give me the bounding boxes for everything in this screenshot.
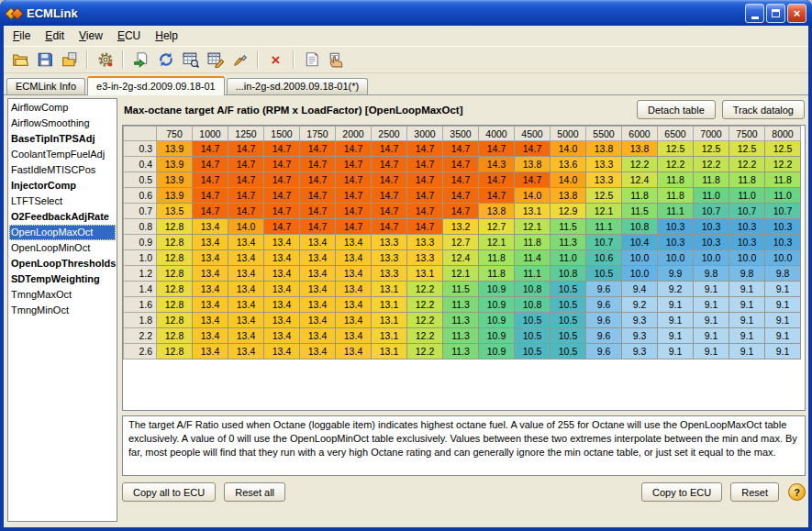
sidebar-item-airflowsmoothing[interactable]: AirflowSmoothing	[9, 116, 116, 131]
cell-3500-1.0[interactable]: 12.4	[443, 250, 479, 266]
cell-1250-0.5[interactable]: 14.7	[228, 172, 264, 188]
delete-icon[interactable]: ×	[264, 49, 287, 72]
cell-3000-0.7[interactable]: 14.7	[407, 204, 443, 219]
cell-1250-0.7[interactable]: 14.7	[228, 204, 264, 219]
cell-5000-2.2[interactable]: 10.5	[551, 328, 586, 344]
cell-1750-1.0[interactable]: 13.4	[300, 250, 336, 266]
tab-0[interactable]: ECMLink Info	[6, 78, 85, 94]
cell-8000-1.4[interactable]: 9.1	[765, 282, 801, 297]
cell-4000-0.5[interactable]: 14.7	[479, 172, 515, 188]
cell-1000-1.0[interactable]: 13.4	[193, 250, 228, 266]
cell-1500-0.7[interactable]: 14.7	[264, 204, 300, 219]
cell-4000-1.8[interactable]: 10.9	[479, 313, 515, 328]
cell-6000-1.4[interactable]: 9.4	[622, 282, 658, 297]
sidebar-item-openloopthresholds[interactable]: OpenLoopThresholds	[9, 256, 116, 271]
cell-3000-2.2[interactable]: 12.2	[407, 328, 443, 344]
cell-6500-0.8[interactable]: 10.3	[658, 219, 694, 235]
cell-4000-1.2[interactable]: 11.8	[479, 266, 515, 282]
cell-1500-0.4[interactable]: 14.7	[264, 157, 300, 172]
cell-2000-1.6[interactable]: 13.4	[336, 297, 372, 313]
cell-750-1.0[interactable]: 12.8	[157, 250, 193, 266]
cell-2000-1.0[interactable]: 13.4	[336, 250, 372, 266]
cell-750-1.6[interactable]: 12.8	[157, 297, 193, 313]
cell-4000-2.6[interactable]: 10.9	[479, 344, 515, 360]
cell-7000-1.6[interactable]: 9.1	[694, 297, 729, 313]
menu-file[interactable]: File	[6, 27, 38, 45]
reset-button[interactable]: Reset	[730, 482, 779, 502]
cell-7000-2.2[interactable]: 9.1	[694, 328, 729, 344]
cell-750-0.8[interactable]: 12.8	[157, 219, 193, 235]
reset-all-button[interactable]: Reset all	[224, 482, 285, 502]
cell-1500-0.6[interactable]: 14.7	[264, 188, 300, 204]
cell-7500-2.2[interactable]: 9.1	[729, 328, 765, 344]
cell-1000-2.6[interactable]: 13.4	[193, 344, 228, 360]
cell-2000-1.4[interactable]: 13.4	[336, 282, 372, 297]
cell-2000-0.7[interactable]: 14.7	[336, 204, 372, 219]
cell-6000-0.8[interactable]: 10.8	[622, 219, 658, 235]
cell-4500-0.8[interactable]: 12.1	[515, 219, 551, 235]
menu-edit[interactable]: Edit	[38, 27, 72, 45]
cell-5000-0.3[interactable]: 14.0	[551, 141, 586, 157]
cell-6000-2.2[interactable]: 9.3	[622, 328, 658, 344]
cell-1500-1.6[interactable]: 13.4	[264, 297, 300, 313]
cell-6000-2.6[interactable]: 9.3	[622, 344, 658, 360]
cell-2500-0.6[interactable]: 14.7	[372, 188, 407, 204]
cell-5000-1.6[interactable]: 10.5	[551, 297, 586, 313]
cell-3500-2.6[interactable]: 11.3	[443, 344, 479, 360]
cell-4000-1.4[interactable]: 10.9	[479, 282, 515, 297]
cell-1750-0.3[interactable]: 14.7	[300, 141, 336, 157]
cell-6000-0.7[interactable]: 11.5	[622, 204, 658, 219]
detach-table-button[interactable]: Detach table	[637, 100, 716, 119]
col-header-3500[interactable]: 3500	[443, 127, 479, 141]
cell-1000-0.3[interactable]: 14.7	[193, 141, 228, 157]
cell-2500-1.2[interactable]: 13.3	[372, 266, 407, 282]
cell-5000-0.6[interactable]: 13.8	[551, 188, 586, 204]
row-header-0.8[interactable]: 0.8	[124, 219, 157, 235]
cell-7500-2.6[interactable]: 9.1	[729, 344, 765, 360]
cell-5000-1.2[interactable]: 10.8	[551, 266, 586, 282]
row-header-0.5[interactable]: 0.5	[124, 172, 157, 188]
cell-6500-1.0[interactable]: 10.0	[658, 250, 694, 266]
cell-1000-0.8[interactable]: 13.4	[193, 219, 228, 235]
cell-8000-0.4[interactable]: 12.2	[765, 157, 801, 172]
cell-3000-1.0[interactable]: 13.3	[407, 250, 443, 266]
cell-5500-1.4[interactable]: 9.6	[586, 282, 622, 297]
cell-5500-1.0[interactable]: 10.6	[586, 250, 622, 266]
cell-7000-0.3[interactable]: 12.5	[694, 141, 729, 157]
sidebar-item-injectorcomp[interactable]: InjectorComp	[9, 178, 116, 194]
cell-1500-0.9[interactable]: 13.4	[264, 235, 300, 250]
read-from-ecu-icon[interactable]	[129, 49, 152, 72]
cell-750-0.7[interactable]: 13.5	[157, 204, 193, 219]
cell-7500-0.5[interactable]: 11.8	[729, 172, 765, 188]
cell-1000-1.2[interactable]: 13.4	[193, 266, 228, 282]
cell-1500-2.2[interactable]: 13.4	[264, 328, 300, 344]
cell-5500-0.8[interactable]: 11.1	[586, 219, 622, 235]
cell-4000-0.3[interactable]: 14.7	[479, 141, 515, 157]
cell-6000-0.5[interactable]: 12.4	[622, 172, 658, 188]
open-file-icon[interactable]	[8, 49, 31, 72]
sidebar-item-openloopmaxoct[interactable]: OpenLoopMaxOct	[9, 225, 116, 240]
cell-750-0.4[interactable]: 13.9	[157, 157, 193, 172]
sidebar-item-o2feedbackadjrate[interactable]: O2FeedbackAdjRate	[9, 209, 116, 225]
cell-1250-2.6[interactable]: 13.4	[228, 344, 264, 360]
cell-8000-1.2[interactable]: 9.8	[765, 266, 801, 282]
cell-3000-2.6[interactable]: 12.2	[407, 344, 443, 360]
cell-1000-2.2[interactable]: 13.4	[193, 328, 228, 344]
cell-3000-1.4[interactable]: 12.2	[407, 282, 443, 297]
cell-6500-0.9[interactable]: 10.3	[658, 235, 694, 250]
cell-3500-0.3[interactable]: 14.7	[443, 141, 479, 157]
sidebar-item-coolanttempfueladj[interactable]: CoolantTempFuelAdj	[9, 147, 116, 162]
cell-1000-0.4[interactable]: 14.7	[193, 157, 228, 172]
cell-7500-0.3[interactable]: 12.5	[729, 141, 765, 157]
cell-6500-0.4[interactable]: 12.2	[658, 157, 694, 172]
cell-8000-0.8[interactable]: 10.3	[765, 219, 801, 235]
datalog-icon[interactable]	[300, 49, 323, 72]
cell-3500-1.6[interactable]: 11.3	[443, 297, 479, 313]
cell-3000-0.8[interactable]: 14.7	[407, 219, 443, 235]
cell-1250-1.4[interactable]: 13.4	[228, 282, 264, 297]
cell-750-0.3[interactable]: 13.9	[157, 141, 193, 157]
cell-2000-0.4[interactable]: 14.7	[336, 157, 372, 172]
cell-2500-0.4[interactable]: 14.7	[372, 157, 407, 172]
row-header-1.0[interactable]: 1.0	[124, 250, 157, 266]
cell-750-2.2[interactable]: 12.8	[157, 328, 193, 344]
